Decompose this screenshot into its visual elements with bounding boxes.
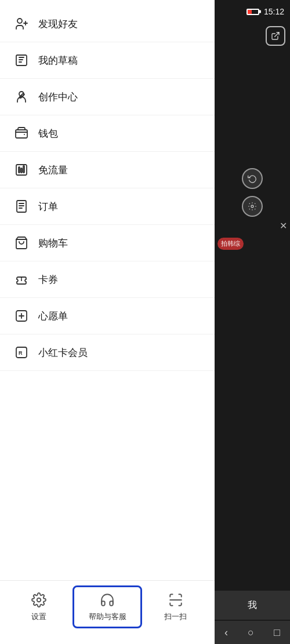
toolbar-scan-label: 扫一扫 (164, 612, 187, 622)
menu-label-cart: 购物车 (38, 237, 68, 250)
headset-icon (99, 592, 115, 608)
svg-rect-7 (19, 167, 20, 173)
svg-point-0 (17, 19, 22, 23)
share-icon (266, 26, 285, 46)
creator-icon (14, 89, 29, 104)
back-nav-icon[interactable]: ‹ (224, 627, 228, 639)
menu-label-member: 小红卡会员 (38, 346, 88, 359)
settings-circle-icon[interactable] (242, 196, 263, 217)
close-button[interactable]: ✕ (280, 220, 287, 231)
left-menu-panel: 发现好友 我的草稿 (0, 0, 215, 644)
menu-item-member[interactable]: R 小红卡会员 (0, 334, 215, 371)
person-plus-icon (14, 16, 29, 31)
status-bar-right: 15:12 (246, 7, 284, 16)
menu-item-wishlist[interactable]: 心愿单 (0, 298, 215, 334)
menu-list: 发现好友 我的草稿 (0, 0, 215, 580)
menu-item-find-friends[interactable]: 发现好友 (0, 6, 215, 42)
menu-item-free-traffic[interactable]: 免流量 (0, 152, 215, 188)
menu-label-find-friends: 发现好友 (38, 17, 78, 31)
draft-icon (14, 53, 29, 68)
svg-rect-3 (16, 55, 27, 66)
menu-label-wallet: 钱包 (38, 127, 58, 140)
menu-item-creator[interactable]: 创作中心 (0, 79, 215, 115)
svg-rect-6 (16, 165, 27, 175)
status-time: 15:12 (264, 7, 284, 16)
menu-item-coupons[interactable]: 卡券 (0, 261, 215, 298)
coupons-icon (14, 272, 29, 287)
svg-text:R: R (19, 350, 23, 356)
member-icon: R (14, 345, 29, 360)
wallet-icon (14, 126, 29, 141)
toolbar-help-label: 帮助与客服 (89, 612, 126, 622)
menu-label-drafts: 我的草稿 (38, 54, 78, 67)
svg-rect-8 (21, 168, 22, 173)
cart-icon (14, 235, 29, 250)
menu-label-wishlist: 心愿单 (38, 310, 68, 323)
toolbar-settings[interactable]: 设置 (6, 587, 72, 627)
home-nav-icon[interactable]: ○ (248, 627, 254, 639)
traffic-icon (14, 162, 29, 177)
right-panel: 15:12 (215, 0, 290, 644)
share-icon-container[interactable] (266, 26, 285, 46)
svg-line-18 (275, 32, 279, 37)
menu-item-wallet[interactable]: 钱包 (0, 115, 215, 152)
gear-icon (31, 592, 47, 608)
scan-icon (168, 592, 184, 608)
tag-badge[interactable]: 拍韩综 (217, 238, 244, 250)
menu-item-orders[interactable]: 订单 (0, 188, 215, 225)
menu-label-free-traffic: 免流量 (38, 163, 68, 177)
status-bar: 15:12 (215, 0, 290, 23)
menu-label-coupons: 卡券 (38, 273, 58, 286)
recents-nav-icon[interactable]: □ (274, 627, 280, 639)
menu-item-cart[interactable]: 购物车 (0, 225, 215, 261)
flip-icon[interactable] (242, 168, 263, 189)
toolbar-scan[interactable]: 扫一扫 (142, 587, 209, 627)
battery-icon (246, 9, 259, 15)
camera-controls (242, 168, 263, 217)
svg-point-16 (37, 598, 41, 602)
svg-rect-10 (17, 201, 26, 212)
menu-label-orders: 订单 (38, 200, 58, 213)
toolbar-settings-label: 设置 (31, 612, 46, 622)
right-tab-label: 我 (248, 599, 257, 612)
menu-item-drafts[interactable]: 我的草稿 (0, 42, 215, 79)
orders-icon (14, 199, 29, 214)
nav-bar: ‹ ○ □ (215, 621, 290, 644)
right-tab[interactable]: 我 (215, 591, 290, 620)
menu-label-creator: 创作中心 (38, 90, 78, 104)
svg-rect-9 (23, 166, 24, 173)
wishlist-icon (14, 308, 29, 323)
bottom-toolbar: 设置 帮助与客服 (0, 580, 215, 644)
svg-rect-5 (16, 130, 27, 138)
svg-point-19 (251, 205, 253, 208)
toolbar-help[interactable]: 帮助与客服 (72, 585, 143, 628)
